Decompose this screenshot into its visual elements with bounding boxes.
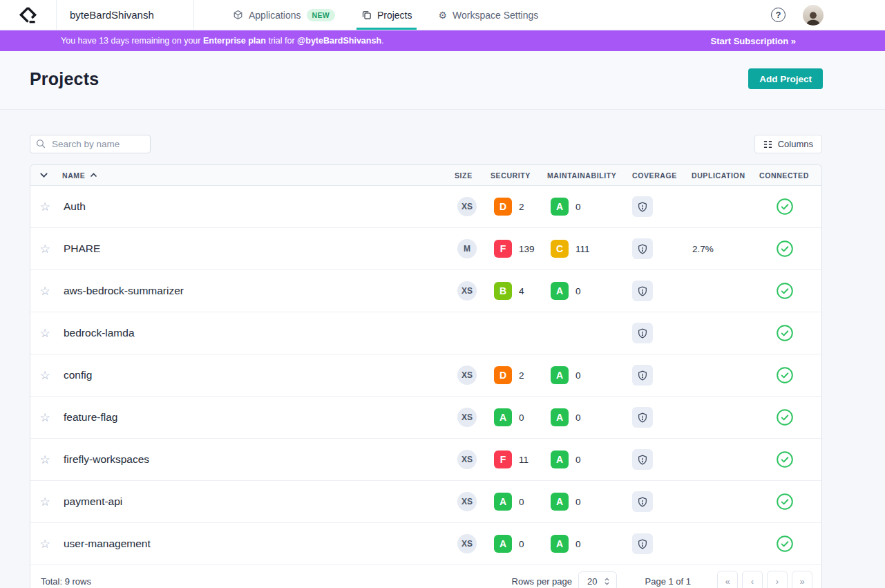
table-row[interactable]: ☆bedrock-lamda	[30, 312, 821, 354]
search-input[interactable]	[30, 135, 151, 153]
connected-check-icon	[776, 451, 794, 468]
project-name[interactable]: config	[64, 369, 92, 381]
project-name[interactable]: aws-bedrock-summarizer	[64, 285, 184, 297]
coverage-shield-button[interactable]	[632, 533, 653, 554]
maintainability-grade-badge: A	[551, 535, 569, 553]
last-page-button[interactable]: »	[792, 571, 812, 588]
tab-workspace-settings-label: Workspace Settings	[453, 10, 538, 21]
project-name[interactable]: feature-flag	[64, 411, 117, 424]
favorite-star-icon[interactable]: ☆	[39, 538, 50, 550]
expand-all-chevron[interactable]	[30, 172, 59, 178]
coverage-shield-button[interactable]	[632, 365, 653, 386]
pagination: « ‹ › »	[717, 571, 812, 588]
column-header-maintainability[interactable]: MAINTAINABILITY	[542, 171, 625, 180]
table-row[interactable]: ☆AuthXSD2A0	[30, 186, 821, 228]
maintainability-grade-badge: A	[551, 282, 569, 300]
favorite-star-icon[interactable]: ☆	[39, 454, 50, 466]
favorite-star-icon[interactable]: ☆	[39, 328, 50, 339]
project-name[interactable]: Auth	[64, 200, 86, 213]
favorite-star-icon[interactable]: ☆	[39, 201, 50, 213]
security-issue-count: 11	[519, 455, 529, 465]
app-logo[interactable]	[0, 0, 57, 30]
coverage-shield-button[interactable]	[632, 196, 653, 217]
tab-projects[interactable]: Projects	[361, 0, 412, 30]
size-badge: XS	[457, 534, 477, 553]
tab-applications[interactable]: Applications NEW	[233, 0, 335, 30]
maintainability-grade-badge: A	[551, 493, 569, 511]
maintainability-issue-count: 0	[575, 412, 581, 423]
coverage-shield-icon	[637, 538, 648, 550]
trial-banner: You have 13 days remaining on your Enter…	[0, 30, 885, 51]
page-title: Projects	[30, 69, 99, 89]
favorite-star-icon[interactable]: ☆	[39, 285, 50, 297]
tab-projects-label: Projects	[377, 10, 412, 21]
start-subscription-link[interactable]: Start Subscription »	[710, 36, 796, 46]
coverage-shield-icon	[637, 328, 648, 339]
add-project-button[interactable]: Add Project	[748, 68, 823, 89]
coverage-shield-button[interactable]	[632, 491, 653, 512]
coverage-shield-button[interactable]	[632, 323, 653, 343]
table-row[interactable]: ☆firefly-workspacesXSF11A0	[30, 439, 821, 481]
favorite-star-icon[interactable]: ☆	[39, 370, 50, 381]
column-header-connected[interactable]: CONNECTED	[742, 171, 821, 180]
project-name[interactable]: user-management	[64, 538, 151, 550]
coverage-shield-icon	[637, 370, 648, 381]
next-page-button[interactable]: ›	[767, 571, 788, 588]
columns-button[interactable]: Columns	[754, 135, 822, 153]
table-row[interactable]: ☆aws-bedrock-summarizerXSB4A0	[30, 270, 821, 312]
help-icon: ?	[776, 10, 781, 20]
column-header-coverage[interactable]: COVERAGE	[625, 171, 680, 180]
project-name[interactable]: PHARE	[64, 243, 100, 255]
project-name[interactable]: payment-api	[64, 495, 122, 508]
project-name[interactable]: firefly-workspaces	[64, 453, 149, 466]
security-grade-badge: B	[494, 282, 512, 300]
applications-box-icon	[233, 10, 243, 20]
gear-icon: ⚙	[438, 10, 447, 20]
favorite-star-icon[interactable]: ☆	[39, 243, 50, 255]
columns-button-label: Columns	[778, 139, 813, 149]
first-page-button[interactable]: «	[717, 571, 738, 588]
column-header-size[interactable]: SIZE	[445, 171, 483, 180]
rows-per-page-label: Rows per page	[512, 576, 572, 587]
coverage-shield-button[interactable]	[632, 238, 653, 259]
table-row[interactable]: ☆feature-flagXSA0A0	[30, 397, 821, 439]
maintainability-issue-count: 111	[575, 244, 590, 254]
coverage-shield-button[interactable]	[632, 281, 653, 301]
previous-page-button[interactable]: ‹	[742, 571, 763, 588]
chevron-down-icon	[39, 172, 48, 178]
table-row[interactable]: ☆user-managementXSA0A0	[30, 523, 821, 565]
size-badge: XS	[457, 450, 477, 469]
workspace-name[interactable]: byteBardShivansh	[57, 0, 194, 30]
coverage-shield-icon	[637, 285, 648, 297]
table-header-row: NAME SIZE SECURITY MAINTAINABILITY COVER…	[30, 165, 821, 186]
column-header-name[interactable]: NAME	[59, 171, 445, 180]
maintainability-issue-count: 0	[575, 539, 581, 549]
columns-icon	[763, 140, 772, 149]
tab-workspace-settings[interactable]: ⚙ Workspace Settings	[438, 0, 538, 30]
maintainability-grade-badge: A	[551, 198, 569, 216]
user-avatar[interactable]	[803, 5, 824, 26]
rows-per-page-select[interactable]: 20	[578, 571, 616, 588]
codacy-logo-icon	[19, 6, 37, 24]
security-issue-count: 0	[519, 539, 524, 549]
table-footer: Total: 9 rows Rows per page 20 Page 1 of…	[30, 565, 821, 588]
maintainability-issue-count: 0	[575, 370, 581, 381]
security-grade-badge: A	[494, 493, 512, 511]
search-wrap	[30, 135, 151, 153]
project-name[interactable]: bedrock-lamda	[64, 327, 135, 339]
coverage-shield-icon	[637, 496, 648, 508]
select-stepper-icon	[604, 577, 610, 586]
table-body: ☆AuthXSD2A0☆PHAREMF139C1112.7%☆aws-bedro…	[30, 186, 821, 565]
favorite-star-icon[interactable]: ☆	[39, 496, 50, 508]
help-button[interactable]: ?	[771, 8, 786, 22]
table-row[interactable]: ☆PHAREMF139C1112.7%	[30, 228, 821, 270]
coverage-shield-button[interactable]	[632, 449, 653, 470]
column-header-duplication[interactable]: DUPLICATION	[680, 171, 742, 180]
table-row[interactable]: ☆configXSD2A0	[30, 354, 821, 397]
table-row[interactable]: ☆payment-apiXSA0A0	[30, 481, 821, 523]
security-grade-badge: F	[494, 451, 512, 468]
coverage-shield-button[interactable]	[632, 407, 653, 428]
column-header-security[interactable]: SECURITY	[483, 171, 542, 180]
favorite-star-icon[interactable]: ☆	[39, 412, 50, 424]
projects-icon	[361, 10, 372, 20]
